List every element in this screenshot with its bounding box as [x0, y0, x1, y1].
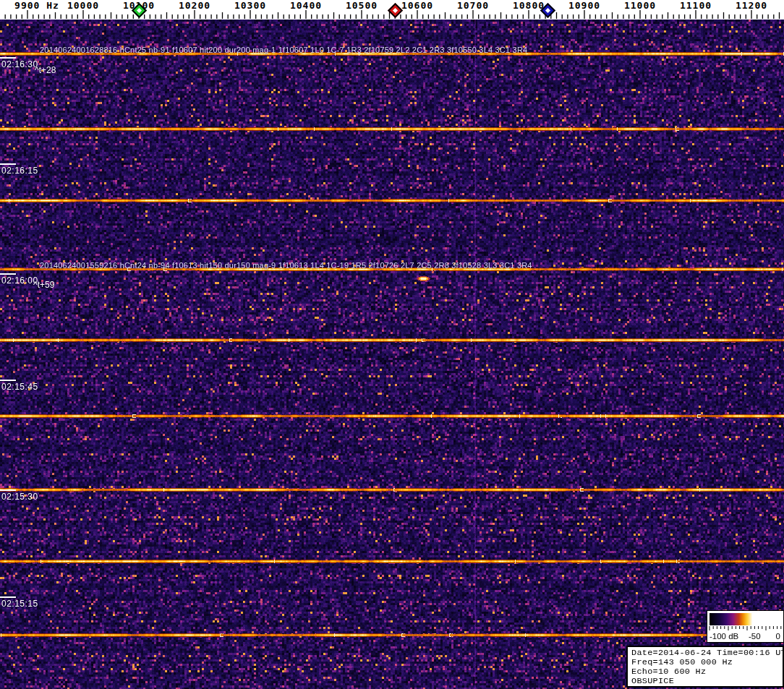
diamond-marker-center — [137, 8, 142, 13]
spectrogram-canvas — [0, 20, 784, 689]
colorbar-label-max: 0 — [776, 632, 780, 641]
freq-tick-label: 10700 — [457, 0, 489, 11]
colorbar-label-mid: -50 — [749, 632, 761, 641]
freq-tick-label: 11000 — [624, 0, 656, 11]
spectrogram-app-window: 9900 Hz100001010010200103001040010500106… — [0, 0, 784, 689]
freq-tick-label: 10600 — [401, 0, 433, 11]
colorbar-gradient — [710, 613, 781, 625]
colorbar-ticks — [707, 626, 784, 632]
diamond-marker-center — [545, 8, 550, 13]
freq-tick-label: 11200 — [736, 0, 767, 11]
freq-tick-label: 10200 — [179, 0, 210, 11]
frequency-ruler: 9900 Hz100001010010200103001040010500106… — [0, 0, 784, 20]
observation-info-box: Date=2014-06-24 Time=00:16 UTC Freq=143 … — [626, 646, 784, 688]
intensity-colorbar: -100 dB -50 0 — [707, 610, 784, 643]
info-station: OBSUPICE — [631, 677, 783, 686]
freq-tick-label: 10400 — [290, 0, 322, 11]
freq-tick-label: 10500 — [346, 0, 378, 11]
colorbar-label-min: -100 dB — [710, 632, 738, 641]
diamond-marker-center — [393, 8, 398, 13]
freq-tick-label: 11100 — [680, 0, 712, 11]
colorbar-labels: -100 dB -50 0 — [707, 632, 783, 642]
freq-tick-label: 10800 — [513, 0, 545, 11]
freq-tick-label: 10300 — [234, 0, 266, 11]
freq-tick-label: 10000 — [67, 0, 99, 11]
freq-tick-label: 9900 Hz — [14, 0, 59, 11]
freq-tick-label: 10900 — [568, 0, 600, 11]
